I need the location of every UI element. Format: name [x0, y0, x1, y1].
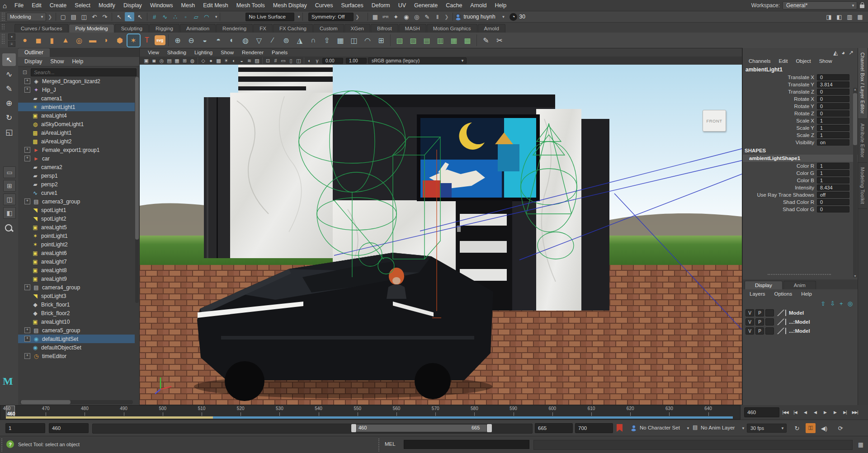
shelf-poly-torus[interactable]: ◎: [73, 34, 85, 47]
character-set-icon[interactable]: [630, 425, 637, 431]
shelf-reduce[interactable]: ▽: [253, 34, 265, 47]
channel-value-field[interactable]: off: [817, 192, 849, 198]
shelf-tab-poly-modeling[interactable]: Poly Modeling: [69, 24, 114, 33]
shelf-boolean-intersection[interactable]: ◐: [226, 34, 238, 47]
oversampling-icon[interactable]: ◍: [189, 57, 196, 64]
animation-start-field[interactable]: 1: [5, 423, 45, 433]
shelf-tab-fx-caching[interactable]: FX Caching: [273, 24, 313, 33]
two-d-pan-zoom-icon[interactable]: ⊞: [181, 57, 189, 64]
shelf-poly-cone[interactable]: ▲: [60, 34, 72, 47]
shelf-remesh[interactable]: ▧: [394, 34, 406, 47]
viewport-menu-view[interactable]: View: [144, 50, 163, 55]
go-to-playback-start-button[interactable]: |◀◀: [780, 407, 790, 417]
use-all-lights-icon[interactable]: ☀: [222, 57, 230, 64]
viewport-menu-show[interactable]: Show: [217, 50, 237, 55]
expand-icon[interactable]: +: [24, 327, 30, 333]
shelf-target-weld[interactable]: ⊚: [280, 34, 292, 47]
shelf-bridge[interactable]: ∩: [307, 34, 320, 47]
outliner-menu-display[interactable]: Display: [21, 58, 46, 65]
shelf-tab-arnold[interactable]: Arnold: [478, 24, 505, 33]
channel-value-field[interactable]: 0: [817, 103, 849, 109]
speed-control-icon[interactable]: ◕: [841, 49, 845, 56]
outliner-item-arealight9[interactable]: ▣areaLight9: [18, 274, 135, 283]
script-editor-icon[interactable]: ▦: [856, 440, 865, 449]
scale-tool[interactable]: ◱: [2, 126, 16, 138]
shape-node-name[interactable]: ambientLightShape1: [743, 155, 858, 162]
outliner-item-ambientlight1[interactable]: ☀ambientLight1: [18, 103, 135, 111]
shelf-knife[interactable]: ✂: [494, 34, 506, 47]
hypershade-icon[interactable]: ◉: [401, 12, 411, 21]
gate-mask-icon[interactable]: ◫: [295, 57, 302, 64]
paint-select-tool[interactable]: ✎: [2, 82, 16, 95]
shadows-icon[interactable]: ◐: [230, 57, 238, 64]
fps-dropdown[interactable]: 30 fps ▼: [747, 424, 787, 433]
outliner-vertical-scrollbar[interactable]: [135, 77, 139, 303]
snap-to-point-icon[interactable]: ∴: [170, 12, 180, 21]
lasso-select-tool[interactable]: ∿: [2, 68, 16, 80]
playback-range[interactable]: [357, 425, 486, 432]
playback-loop-icon[interactable]: ↻: [792, 423, 802, 433]
outliner-item-persp2[interactable]: ▰persp2: [18, 180, 135, 189]
workspace-lock-icon[interactable]: [860, 5, 864, 8]
shelf-poly-cube[interactable]: ◼: [33, 34, 45, 47]
outliner-item-aiarealight2[interactable]: ▩aiAreaLight2: [18, 137, 135, 146]
layer-menu-options[interactable]: Options: [770, 291, 797, 297]
channel-value-field[interactable]: 0: [817, 74, 849, 80]
shelf-tab-motion-graphics[interactable]: Motion Graphics: [427, 24, 477, 33]
channel-value-field[interactable]: 0: [817, 199, 849, 205]
layout-single-pane[interactable]: ▭: [3, 166, 16, 178]
outliner-item-spotlight1[interactable]: ◥spotLight1: [18, 206, 135, 214]
shelf-tab-fx[interactable]: FX: [253, 24, 273, 33]
shelf-tab-custom[interactable]: Custom: [313, 24, 344, 33]
select-object-icon[interactable]: ↖: [125, 12, 134, 21]
layer-tab-anim[interactable]: Anim: [783, 281, 816, 289]
shelf-svg-tool[interactable]: svg: [155, 35, 165, 45]
cached-playback-icon[interactable]: ⟳: [835, 423, 845, 433]
shelf-platonic-solid[interactable]: ⬢: [114, 34, 126, 47]
layout-two-pane-side[interactable]: ◫: [3, 193, 16, 205]
menu-curves[interactable]: Curves: [311, 0, 337, 11]
layer-tab-display[interactable]: Display: [745, 281, 783, 289]
channel-value-field[interactable]: 0: [817, 89, 849, 95]
menu-file[interactable]: File: [10, 0, 28, 11]
save-scene-icon[interactable]: ◫: [79, 12, 89, 21]
side-tab-channel-box-layer-editor[interactable]: Channel Box / Layer Editor: [858, 48, 867, 119]
layer-row-0[interactable]: VPModel: [743, 308, 858, 317]
range-slider-track[interactable]: 460 665: [92, 424, 533, 434]
step-back-one-frame-button[interactable]: |◀: [790, 407, 800, 417]
shelf-type-tool[interactable]: T: [141, 34, 153, 47]
shelf-poly-disc[interactable]: ◗: [100, 34, 113, 47]
outliner-item-arealight8[interactable]: ▣areaLight8: [18, 266, 135, 274]
outliner-item-camera1[interactable]: ▰camera1: [18, 94, 135, 103]
snap-to-projected-center-icon[interactable]: ◦: [181, 12, 190, 21]
layer-display-type-toggle[interactable]: [765, 318, 774, 326]
select-hierarchy-icon[interactable]: ↖: [114, 12, 124, 21]
exposure-field[interactable]: 0.00: [322, 58, 343, 64]
outliner-item-pointlight1[interactable]: ✶pointLight1: [18, 231, 135, 240]
layer-row-1[interactable]: VP...:Model: [743, 317, 858, 326]
anim-layer-icon[interactable]: ▤: [693, 424, 698, 430]
live-surface-field[interactable]: No Live Surface: [245, 13, 294, 21]
menu-create[interactable]: Create: [46, 0, 71, 11]
outliner-item-arealight7[interactable]: ▣areaLight7: [18, 257, 135, 266]
range-end-handle[interactable]: [487, 424, 492, 432]
user-menu-caret[interactable]: ▼: [502, 15, 505, 19]
menu-windows[interactable]: Windows: [146, 0, 177, 11]
channel-box-menu-channels[interactable]: Channels: [745, 58, 774, 64]
shelf-combine[interactable]: ⊕: [172, 34, 184, 47]
menu-help[interactable]: Help: [491, 0, 511, 11]
playback-start-field[interactable]: 460: [49, 423, 89, 433]
make-live-icon[interactable]: ◠: [202, 12, 211, 21]
outliner-item-aiskydomelight1[interactable]: ◍aiSkyDomeLight1: [18, 120, 135, 128]
open-scene-icon[interactable]: ▤: [69, 12, 78, 21]
mute-sound-icon[interactable]: ◀): [819, 423, 829, 433]
attribute-editor-toggle-icon[interactable]: ◨: [824, 12, 834, 21]
light-editor-icon[interactable]: ◎: [412, 12, 421, 21]
shelf-mirror[interactable]: ◫: [348, 34, 360, 47]
select-tool[interactable]: ↖: [2, 53, 16, 66]
menu-uv[interactable]: UV: [394, 0, 410, 11]
side-tab-modeling-toolkit[interactable]: Modeling Toolkit: [858, 163, 867, 209]
outliner-item-timeeditor[interactable]: +◷timeEditor: [18, 352, 135, 360]
shelf-grid-edit[interactable]: ▥: [434, 34, 447, 47]
resolution-gate-icon[interactable]: ▭: [279, 57, 287, 64]
